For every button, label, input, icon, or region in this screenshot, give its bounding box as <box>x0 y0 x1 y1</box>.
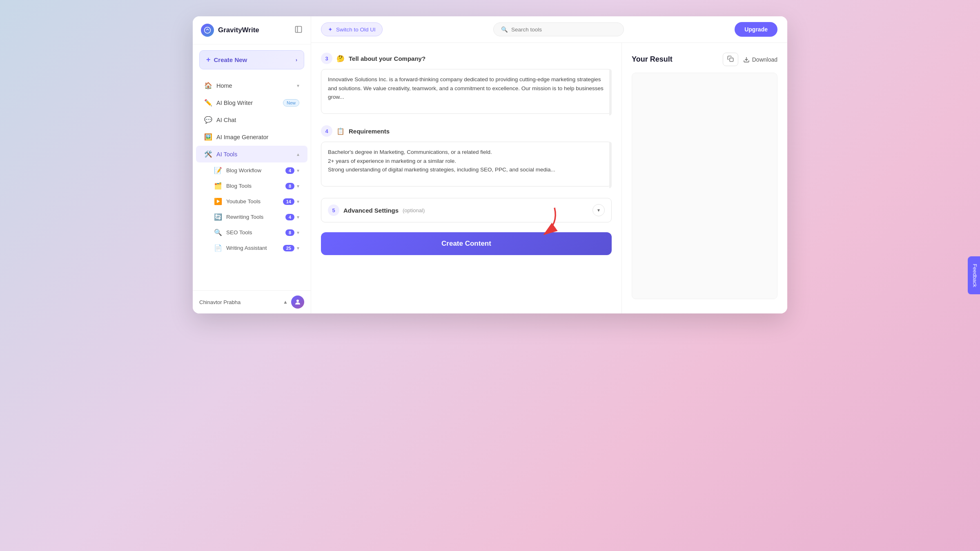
sidebar-item-blog-workflow[interactable]: 📝 Blog Workflow 4 ▾ <box>196 163 307 178</box>
chevron-right-icon: ▾ <box>297 168 299 173</box>
create-new-button[interactable]: + Create New › <box>199 50 304 69</box>
youtube-tools-badge: 14 <box>283 198 294 205</box>
plus-icon: + <box>206 56 211 64</box>
create-new-label: Create New <box>214 56 247 63</box>
blog-tools-badge: 8 <box>285 183 294 189</box>
footer-avatar <box>291 295 304 309</box>
search-bar[interactable]: 🔍 <box>493 22 624 36</box>
sidebar-item-label-seo-tools: SEO Tools <box>226 229 252 236</box>
chevron-right-icon-3: ▾ <box>297 199 299 204</box>
result-header: Your Result <box>632 53 777 66</box>
sidebar-item-seo-tools[interactable]: 🔍 SEO Tools 8 ▾ <box>196 225 307 240</box>
result-title: Your Result <box>632 55 673 64</box>
company-emoji: 🤔 <box>336 55 345 62</box>
sidebar-footer[interactable]: Chinavtor Prabha ▲ <box>193 290 311 313</box>
create-content-container: Create Content <box>321 232 612 255</box>
feedback-tab[interactable]: Feedback <box>968 256 980 294</box>
create-new-chevron-icon: › <box>296 57 297 63</box>
company-section-title: Tell about your Company? <box>349 55 425 62</box>
svg-point-3 <box>296 300 299 302</box>
sidebar-item-writing-assistant[interactable]: 📄 Writing Assistant 25 ▾ <box>196 240 307 256</box>
sidebar-item-label-ai-image-generator: AI Image Generator <box>216 134 268 140</box>
sidebar: GravityWrite + Create New › 🏠 Home <box>193 16 311 313</box>
create-new-left: + Create New <box>206 56 247 64</box>
logo-text: GravityWrite <box>218 26 259 34</box>
sidebar-item-ai-tools[interactable]: 🛠️ AI Tools ▴ <box>196 146 307 162</box>
logo-area: GravityWrite <box>201 24 259 37</box>
company-textarea[interactable] <box>321 69 612 114</box>
advanced-chevron-icon[interactable]: ▾ <box>592 204 605 216</box>
requirements-emoji: 📋 <box>336 127 345 135</box>
sidebar-item-label-ai-chat: AI Chat <box>216 117 236 123</box>
result-panel: Your Result <box>621 43 787 313</box>
requirements-section-title: Requirements <box>349 128 390 135</box>
image-generator-icon: 🖼️ <box>204 133 212 141</box>
download-label: Download <box>752 56 777 63</box>
upgrade-button[interactable]: Upgrade <box>735 22 777 37</box>
sidebar-item-rewriting-tools[interactable]: 🔄 Rewriting Tools 4 ▾ <box>196 209 307 224</box>
sidebar-item-ai-chat[interactable]: 💬 AI Chat <box>196 111 307 128</box>
switch-old-ui-button[interactable]: ✦ Switch to Old UI <box>321 22 383 36</box>
sidebar-header: GravityWrite <box>193 16 311 44</box>
sidebar-item-label-home: Home <box>216 82 232 89</box>
footer-chevron-icon: ▲ <box>283 299 288 305</box>
writing-assistant-icon: 📄 <box>214 244 222 252</box>
sidebar-item-label-blog-workflow: Blog Workflow <box>226 167 261 173</box>
rewriting-tools-badge: 4 <box>285 214 294 220</box>
chevron-down-icon: ▾ <box>297 83 299 89</box>
result-content-area <box>632 73 777 299</box>
content-area: 3 🤔 Tell about your Company? 4 📋 Require… <box>311 43 787 313</box>
svg-rect-5 <box>730 58 733 62</box>
sparkle-icon: ✦ <box>328 26 333 33</box>
sidebar-item-ai-image-generator[interactable]: 🖼️ AI Image Generator <box>196 129 307 145</box>
sidebar-toggle-icon[interactable] <box>294 25 303 36</box>
optional-label: (optional) <box>403 207 425 213</box>
ai-tools-icon: 🛠️ <box>204 150 212 158</box>
blog-tools-icon: 🗂️ <box>214 182 222 190</box>
sidebar-item-label-youtube-tools: Youtube Tools <box>226 198 261 204</box>
footer-username: Chinavtor Prabha <box>199 299 241 305</box>
download-button[interactable]: Download <box>743 56 777 63</box>
advanced-settings-header[interactable]: 5 Advanced Settings (optional) ▾ <box>321 198 612 222</box>
search-input[interactable] <box>511 27 616 33</box>
sidebar-item-label-ai-tools: AI Tools <box>216 151 237 158</box>
search-icon: 🔍 <box>501 26 508 33</box>
sidebar-item-label-ai-blog-writer: AI Blog Writer <box>216 100 253 106</box>
blog-workflow-icon: 📝 <box>214 167 222 174</box>
chevron-up-icon: ▴ <box>297 151 299 157</box>
chevron-right-icon-5: ▾ <box>297 230 299 236</box>
blog-workflow-badge: 4 <box>285 167 294 174</box>
topbar: ✦ Switch to Old UI 🔍 Upgrade <box>311 16 787 43</box>
create-content-button[interactable]: Create Content <box>321 232 612 255</box>
home-icon: 🏠 <box>204 82 212 89</box>
form-panel: 3 🤔 Tell about your Company? 4 📋 Require… <box>311 43 621 313</box>
youtube-tools-icon: ▶️ <box>214 198 222 205</box>
chat-icon: 💬 <box>204 116 212 124</box>
svg-point-0 <box>205 27 211 33</box>
writing-assistant-badge: 25 <box>283 245 294 251</box>
sidebar-item-label-writing-assistant: Writing Assistant <box>226 245 267 251</box>
nav-section: 🏠 Home ▾ ✏️ AI Blog Writer New 💬 AI Chat <box>193 75 311 258</box>
result-actions: Download <box>723 53 777 66</box>
blog-writer-icon: ✏️ <box>204 99 212 107</box>
section-number-5: 5 <box>328 204 339 216</box>
switch-old-ui-label: Switch to Old UI <box>336 27 376 33</box>
requirements-textarea[interactable] <box>321 142 612 187</box>
sidebar-item-ai-blog-writer[interactable]: ✏️ AI Blog Writer New <box>196 94 307 111</box>
copy-button[interactable] <box>723 53 738 66</box>
sidebar-item-youtube-tools[interactable]: ▶️ Youtube Tools 14 ▾ <box>196 194 307 209</box>
seo-tools-icon: 🔍 <box>214 229 222 236</box>
form-section-company: 3 🤔 Tell about your Company? <box>321 53 612 116</box>
advanced-settings-title: Advanced Settings <box>343 207 399 214</box>
sidebar-item-blog-tools[interactable]: 🗂️ Blog Tools 8 ▾ <box>196 178 307 193</box>
chevron-right-icon-4: ▾ <box>297 214 299 220</box>
main-content: ✦ Switch to Old UI 🔍 Upgrade 3 🤔 Tell ab… <box>311 16 787 313</box>
svg-rect-1 <box>296 26 302 32</box>
sidebar-item-label-blog-tools: Blog Tools <box>226 183 252 189</box>
sidebar-item-home[interactable]: 🏠 Home ▾ <box>196 77 307 94</box>
section-number-3: 3 <box>321 53 332 64</box>
seo-tools-badge: 8 <box>285 229 294 236</box>
rewriting-tools-icon: 🔄 <box>214 213 222 221</box>
sidebar-item-label-rewriting-tools: Rewriting Tools <box>226 214 263 220</box>
logo-icon <box>201 24 214 37</box>
